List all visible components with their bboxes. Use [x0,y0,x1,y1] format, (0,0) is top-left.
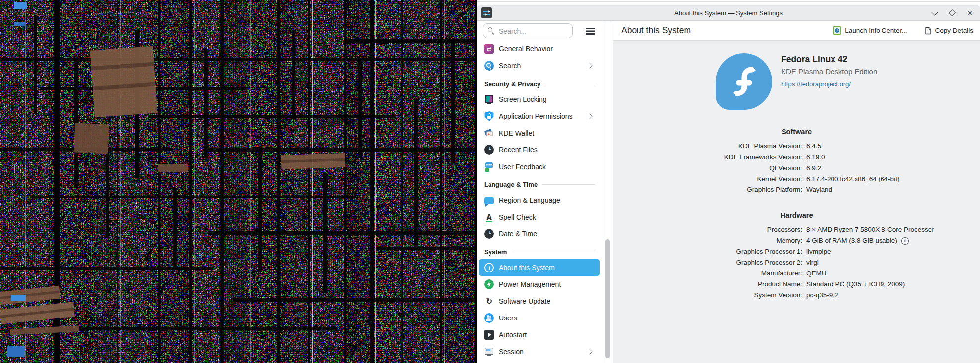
section-header-label: System [484,248,507,256]
sidebar-item-power-management[interactable]: Power Management [477,276,600,293]
power-management-icon [484,279,494,289]
sidebar-item-about-this-system[interactable]: iAbout this System [479,259,600,276]
distro-block: Fedora Linux 42 KDE Plasma Desktop Editi… [716,53,980,110]
info-label: Kernel Version: [613,174,802,184]
info-value-text: 6.9.2 [806,163,821,174]
info-value: virgl [806,257,980,268]
info-value-text: virgl [806,257,819,268]
maximize-button[interactable] [948,8,957,17]
info-value: 6.4.5 [806,141,980,152]
sidebar-item-application-permissions[interactable]: Application Permissions [477,108,600,125]
minimize-button[interactable] [931,8,939,17]
session-icon [484,347,494,357]
sidebar-item-spell-check[interactable]: ASpell Check [477,209,600,226]
sidebar-item-label: Recent Files [499,146,538,154]
distro-text: Fedora Linux 42 KDE Plasma Desktop Editi… [781,53,877,110]
info-value-text: Standard PC (Q35 + ICH9, 2009) [806,279,905,290]
search-field[interactable] [483,23,573,38]
info-value: 6.19.0 [806,152,980,163]
info-label: Memory: [613,235,802,246]
sidebar-item-recent-files[interactable]: Recent Files [477,141,600,158]
page-title: About this System [621,25,691,36]
sidebar-item-general-behavior[interactable]: ⇄General Behavior [477,41,600,57]
application-permissions-icon [484,111,494,121]
scrollbar-thumb[interactable] [605,239,610,358]
launch-info-center-button[interactable]: Launch Info Center... [830,24,910,37]
sidebar-item-users[interactable]: Users [477,310,600,326]
date-time-icon [484,229,494,239]
sidebar-search-row [477,21,602,41]
info-value-text: llvmpipe [806,246,831,257]
sidebar-item-label: Autostart [499,331,527,339]
content-header: About this System Launch Info Center... … [613,21,980,41]
info-label: Graphics Platform: [613,184,802,195]
info-value: 6.9.2 [806,163,980,174]
screen-locking-icon [484,94,494,104]
info-value: llvmpipe [806,246,980,257]
sidebar-scrollbar[interactable] [602,21,613,363]
about-this-system-icon: i [484,263,494,272]
memory-info-icon[interactable]: i [901,237,909,245]
info-value-text: QEMU [806,268,827,279]
search-category-icon [484,61,494,71]
chevron-down-icon [931,9,938,16]
titlebar[interactable]: About this System — System Settings × [477,5,980,21]
sidebar-item-screen-locking[interactable]: Screen Locking [477,91,600,108]
info-label: Graphics Processor 2: [613,257,802,268]
sidebar-item-session[interactable]: Session [477,343,600,360]
window-title: About this System — System Settings [477,9,980,17]
section-divider [511,252,595,252]
info-value-text: Wayland [806,184,832,195]
sidebar-item-label: About this System [499,264,555,272]
sidebar-item-label: User Feedback [499,163,546,171]
search-icon [488,27,495,35]
hardware-section-title: Hardware [613,211,980,219]
content-pane: About this System Launch Info Center... … [613,21,980,363]
copy-details-button[interactable]: Copy Details [922,25,976,37]
info-value: pc-q35-9.2 [806,290,980,301]
close-button[interactable]: × [965,8,974,17]
info-label: Qt Version: [613,163,802,174]
sidebar-section-system: System [477,244,602,259]
general-behavior-icon: ⇄ [484,44,494,54]
sidebar: ⇄General BehaviorSearchSecurity & Privac… [477,21,602,363]
sidebar-item-label: Session [499,348,524,356]
distro-link[interactable]: https://fedoraproject.org/ [781,80,851,88]
recent-files-icon [484,145,494,155]
info-label: Product Name: [613,279,802,290]
info-center-icon [833,26,841,35]
users-icon [484,313,494,323]
sidebar-item-label: Power Management [499,280,561,288]
search-input[interactable] [498,24,569,39]
sidebar-item-user-feedback[interactable]: ***User Feedback [477,158,600,175]
software-section-title: Software [613,128,980,136]
distro-name: Fedora Linux 42 [781,54,877,65]
info-label: Graphics Processor 1: [613,246,802,257]
info-value: 6.17.4-200.fc42.x86_64 (64-bit) [806,174,980,184]
sidebar-item-software-update[interactable]: ↻Software Update [477,293,600,310]
sidebar-item-search[interactable]: Search [477,57,600,74]
hamburger-menu-button[interactable] [586,27,595,35]
chevron-right-icon [587,113,592,119]
section-divider [542,184,595,185]
info-label: KDE Plasma Version: [613,141,802,152]
info-value-text: 6.4.5 [806,141,821,152]
software-info-grid: KDE Plasma Version:6.4.5KDE Frameworks V… [613,141,980,195]
content-main: Fedora Linux 42 KDE Plasma Desktop Editi… [613,41,980,363]
info-value: QEMU [806,268,980,279]
info-label: System Version: [613,290,802,301]
distro-edition: KDE Plasma Desktop Edition [781,67,877,76]
sidebar-item-kde-wallet[interactable]: KDE Wallet [477,125,600,141]
system-settings-window: About this System — System Settings × ⇄G… [477,5,980,363]
sidebar-item-autostart[interactable]: Autostart [477,326,600,343]
info-value-text: 8 × AMD Ryzen 7 5800X 8-Core Processor [806,225,934,235]
sidebar-item-label: Users [499,314,517,322]
hardware-info-grid: Processors:8 × AMD Ryzen 7 5800X 8-Core … [613,225,980,301]
sidebar-item-label: Search [499,62,521,70]
sidebar-section-security-privacy: Security & Privacy [477,76,602,91]
chevron-right-icon [587,63,592,68]
sidebar-item-date-time[interactable]: Date & Time [477,226,600,242]
sidebar-item-region-language[interactable]: Region & Language [477,192,600,209]
section-divider [545,84,595,84]
info-value-text: pc-q35-9.2 [806,290,838,301]
